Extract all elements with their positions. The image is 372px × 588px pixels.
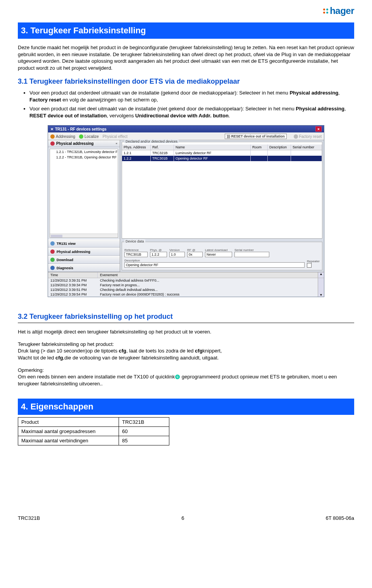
collapse-icon: « — [116, 142, 117, 145]
nav-diagnosis[interactable]: Diagnosis — [48, 264, 120, 272]
label: Repeater — [307, 260, 320, 263]
log-event: Factory reset on device (0009DF7E0283) :… — [98, 292, 318, 297]
nav-download[interactable]: Download — [48, 256, 120, 264]
text: en volg de aanwijzingen op het scherm op… — [61, 97, 158, 103]
bold-text: Unidirectional device with Addr. button — [135, 113, 229, 119]
label: Factory reset — [299, 134, 322, 139]
view-icon — [50, 241, 55, 246]
bold-text: cfg — [55, 355, 63, 361]
brand-text: hager — [330, 5, 354, 16]
close-icon[interactable]: × — [315, 126, 322, 132]
factory-reset-icon — [294, 134, 298, 139]
factory-reset-disabled: Factory reset — [294, 134, 322, 139]
description-field[interactable]: Opening detector RF — [124, 262, 305, 268]
footer-page-number: 6 — [181, 515, 184, 521]
text: ,die de voltooiing van de terugkeer fabr… — [63, 355, 219, 361]
prop-val: 85 — [119, 436, 169, 445]
log-event: Checking default individual address... — [98, 287, 318, 292]
log-header: Time Evenement ▲ — [48, 272, 324, 278]
log-time: 11/29/2012 3:39:51 PM — [48, 287, 98, 292]
col-serial[interactable]: Serial number — [291, 144, 322, 150]
scroll-down-icon[interactable]: ▼ — [318, 278, 324, 297]
text: Voor een product dat onderdeel uitmaakt … — [29, 90, 289, 96]
pa-icon — [50, 141, 55, 146]
label: Addressing — [56, 134, 75, 139]
text: , laat de toets los zodra de led — [126, 348, 195, 354]
phys-addr-field[interactable]: 1.2.2 — [150, 252, 167, 257]
log-row: 11/29/2012 3:39:54 PMFactory reset on de… — [48, 292, 318, 297]
scrollbar-horizontal[interactable] — [50, 234, 118, 238]
label: Reference — [124, 248, 148, 252]
bold-text: Physical addressing — [296, 106, 344, 112]
table-row: Maximaal aantal verbindingen85 — [18, 436, 169, 445]
reset-device-button[interactable]: ))) RESET device out of installation — [225, 134, 287, 139]
cell: 1.2.1 — [122, 150, 151, 156]
pa-icon — [50, 249, 55, 254]
text: Voor een product dat niet deel uitmaakt … — [29, 106, 296, 112]
label: Latest download — [205, 248, 232, 252]
bold-text: RESET device out of installation — [29, 113, 107, 119]
scroll-up-icon[interactable]: ▲ — [318, 272, 324, 278]
label: Version — [169, 248, 185, 252]
section-32-title: 3.2 Terugkeer fabrieksinstelling op het … — [18, 313, 354, 323]
latest-download-field[interactable]: Never — [205, 252, 232, 257]
bold-text: cfg — [195, 348, 203, 354]
toolbar-physical-effect: Physical effect — [103, 134, 127, 139]
device-tree[interactable]: 1.2.1 - TRC321B, Luminosity detector F 1… — [50, 149, 118, 238]
bold-text: Physical addressing — [289, 90, 338, 96]
p32-5: Opmerking: — [18, 367, 354, 374]
prop-key: Maximaal aantal verbindingen — [18, 436, 119, 445]
prop-key: Product — [18, 418, 119, 427]
log-row: 11/29/2012 3:39:51 PMChecking default in… — [48, 287, 318, 292]
col-address[interactable]: Phys. Address — [122, 144, 151, 150]
col-description[interactable]: Description — [268, 144, 291, 150]
toolbar-localize[interactable]: Localize — [79, 134, 99, 139]
footer-left: TRC321B — [18, 515, 40, 521]
p32-6: Om een reeds binnen een andere installat… — [18, 373, 354, 387]
col-room[interactable]: Room — [251, 144, 268, 150]
toolbar-addressing[interactable]: Addressing — [50, 134, 75, 139]
log-event: Checking individual address 0xFFF0... — [98, 278, 318, 283]
reference-field[interactable]: TRC301B — [124, 252, 148, 257]
label: Serial number — [234, 248, 269, 252]
version-field[interactable]: 1.0 — [169, 252, 185, 257]
cell: TRC301B — [151, 156, 174, 161]
text: , vervolgens — [107, 113, 135, 119]
tree-item[interactable]: 1.2.2 - TRC301B, Opening detector RF — [50, 155, 118, 160]
log-time: 11/29/2012 3:39:34 PM — [48, 283, 98, 287]
quicklink-icon — [175, 375, 180, 379]
text: . — [229, 113, 230, 119]
cell — [268, 156, 291, 161]
footer-right: 6T 8085-06a — [326, 515, 355, 521]
tree-item[interactable]: 1.2.1 - TRC321B, Luminosity detector F — [50, 149, 118, 155]
nav-tr131-view[interactable]: TR131 view — [48, 239, 120, 248]
brand-logo: hager — [323, 5, 354, 16]
cell: TRC321B — [151, 150, 174, 156]
col-name[interactable]: Name — [174, 144, 251, 150]
addressing-icon — [50, 134, 55, 139]
rf-field[interactable]: 0x — [187, 252, 203, 257]
table-row-selected[interactable]: 1.2.2 TRC301B Opening detector RF — [122, 156, 322, 161]
col-event[interactable]: Evenement — [98, 272, 318, 278]
label: Description — [124, 259, 305, 262]
p32-3: Druk lang (> dan 10 seconden)op de tipto… — [18, 347, 354, 354]
repeater-checkbox[interactable] — [307, 263, 312, 268]
group-label: Device data — [124, 239, 145, 243]
window-title: TR131 - RF devices settings — [55, 127, 107, 131]
app-window: ✕ TR131 - RF devices settings × Addressi… — [48, 125, 324, 297]
cell: 1.2.2 — [122, 156, 151, 161]
col-time[interactable]: Time — [48, 272, 98, 278]
table-row[interactable]: 1.2.1 TRC321B Luminosity detector RF — [122, 150, 322, 156]
cell — [251, 150, 268, 156]
label: Localize — [84, 134, 99, 139]
titlebar: ✕ TR131 - RF devices settings × — [48, 126, 324, 132]
bold-text: Factory reset — [29, 97, 61, 103]
nav-physical-addressing[interactable]: Physical addressing — [48, 248, 120, 256]
text: Om een reeds binnen een andere installat… — [18, 374, 175, 380]
physical-addressing-panel-header[interactable]: Physical addressing « — [48, 140, 120, 147]
log-event: Factory reset in progres... — [98, 283, 318, 287]
col-ref[interactable]: Ref. — [151, 144, 174, 150]
label: RF @ — [187, 248, 203, 252]
serial-field[interactable] — [234, 252, 269, 257]
text: Wacht tot de led — [18, 355, 55, 361]
